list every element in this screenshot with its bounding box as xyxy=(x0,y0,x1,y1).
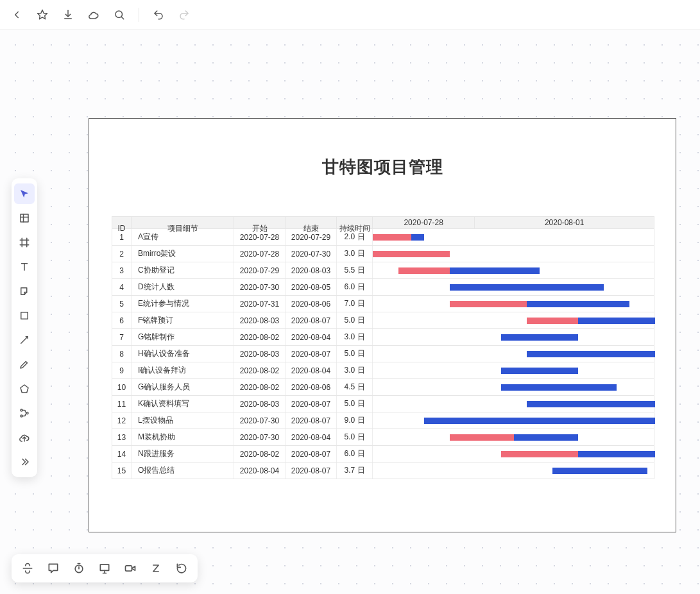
cell-end: 2020-08-07 xyxy=(286,446,337,462)
cell-bar xyxy=(373,296,654,312)
cell-id: 15 xyxy=(112,462,132,479)
text-tool-icon[interactable] xyxy=(14,257,35,277)
pencil-tool-icon[interactable] xyxy=(14,354,35,375)
line-tool-icon[interactable] xyxy=(14,330,35,350)
cell-duration: 3.0 日 xyxy=(337,329,373,345)
cell-bar xyxy=(373,379,654,395)
cell-start: 2020-08-02 xyxy=(234,362,286,378)
polygon-tool-icon[interactable] xyxy=(14,378,35,399)
cell-end: 2020-07-29 xyxy=(286,229,337,245)
bar-remaining xyxy=(450,284,604,291)
bar-progress xyxy=(501,451,578,457)
gantt-header-row-1: ID 项目细节 开始 结束 持续时间 2020-07-282020-08-012… xyxy=(112,217,654,228)
cell-bar xyxy=(373,396,654,412)
rectangle-tool-icon[interactable] xyxy=(14,305,35,326)
cell-end: 2020-08-06 xyxy=(286,379,337,395)
cell-task: K确认资料填写 xyxy=(132,396,234,412)
cell-id: 9 xyxy=(112,362,132,378)
cell-task: N跟进服务 xyxy=(132,446,234,462)
cloud-upload-tool-icon[interactable] xyxy=(14,427,35,448)
cell-task: C协助登记 xyxy=(132,262,234,278)
cloud-icon[interactable] xyxy=(83,4,104,25)
cell-end: 2020-08-04 xyxy=(286,429,337,445)
cell-task: L摆设物品 xyxy=(132,412,234,429)
cell-duration: 3.0 日 xyxy=(337,362,373,378)
canvas[interactable]: 甘特图项目管理 ID 项目细节 开始 结束 持续时间 2020-07-28202… xyxy=(0,30,700,594)
connection-tool-icon[interactable] xyxy=(14,403,35,423)
cell-start: 2020-07-28 xyxy=(234,246,286,262)
undo-icon[interactable] xyxy=(148,4,169,25)
cell-duration: 5.0 日 xyxy=(337,346,373,362)
search-icon[interactable] xyxy=(109,4,130,25)
cell-duration: 9.0 日 xyxy=(337,412,373,429)
video-tool-icon[interactable] xyxy=(119,557,141,579)
gantt-row: 4D统计人数2020-07-302020-08-056.0 日 xyxy=(112,278,654,295)
cell-duration: 6.0 日 xyxy=(337,279,373,295)
cell-end: 2020-08-07 xyxy=(286,412,337,429)
gantt-row: 13M装机协助2020-07-302020-08-045.0 日 xyxy=(112,429,654,445)
present-tool-icon[interactable] xyxy=(94,557,115,579)
cell-bar xyxy=(373,462,654,479)
cell-bar xyxy=(373,246,654,262)
cell-task: F铭牌预订 xyxy=(132,312,234,328)
cell-duration: 7.0 日 xyxy=(337,296,373,312)
cell-end: 2020-08-07 xyxy=(286,312,337,328)
sticky-tool-icon[interactable] xyxy=(14,281,35,301)
cell-task: G确认服务人员 xyxy=(132,379,234,395)
download-icon[interactable] xyxy=(58,4,78,25)
cell-end: 2020-08-07 xyxy=(286,462,337,479)
cell-bar xyxy=(373,429,654,445)
cell-end: 2020-08-06 xyxy=(286,296,337,312)
comment-tool-icon[interactable] xyxy=(42,557,64,579)
cell-bar xyxy=(373,362,654,378)
cell-end: 2020-08-05 xyxy=(286,279,337,295)
cell-end: 2020-08-04 xyxy=(286,329,337,345)
more-tool-icon[interactable] xyxy=(14,452,35,472)
cell-task: E统计参与情况 xyxy=(132,296,234,312)
cell-id: 4 xyxy=(112,279,132,295)
timeline-group-label: 2020-08-01 xyxy=(475,217,654,228)
star-icon[interactable] xyxy=(32,4,53,25)
gantt-row: 14N跟进服务2020-08-022020-08-076.0 日 xyxy=(112,445,654,462)
cell-bar xyxy=(373,329,654,345)
cell-task: D统计人数 xyxy=(132,279,234,295)
cell-bar xyxy=(373,229,654,245)
cell-bar xyxy=(373,346,654,362)
svg-line-2 xyxy=(121,17,124,19)
cell-bar xyxy=(373,262,654,278)
cell-duration: 3.7 日 xyxy=(337,462,373,479)
back-icon[interactable] xyxy=(6,4,27,25)
cell-task: O报告总结 xyxy=(132,462,234,479)
chart-title: 甘特图项目管理 xyxy=(89,156,676,178)
cell-id: 14 xyxy=(112,446,132,462)
cell-start: 2020-07-28 xyxy=(234,229,286,245)
gantt-chart-card[interactable]: 甘特图项目管理 ID 项目细节 开始 结束 持续时间 2020-07-28202… xyxy=(89,118,676,532)
timeline-groups: 2020-07-282020-08-01282930311234567 xyxy=(373,217,654,228)
cell-start: 2020-08-03 xyxy=(234,312,286,328)
bar-remaining xyxy=(424,418,655,424)
cell-task: G铭牌制作 xyxy=(132,329,234,345)
cell-id: 5 xyxy=(112,296,132,312)
gantt-row: 7G铭牌制作2020-08-022020-08-043.0 日 xyxy=(112,328,654,345)
select-tool-icon[interactable] xyxy=(14,183,35,204)
strikethrough-tool-icon[interactable] xyxy=(17,557,38,579)
cell-bar xyxy=(373,279,654,295)
svg-rect-3 xyxy=(21,214,28,222)
cell-id: 3 xyxy=(112,262,132,278)
frame-tool-icon[interactable] xyxy=(14,208,35,228)
timer-tool-icon[interactable] xyxy=(68,557,90,579)
cell-start: 2020-08-02 xyxy=(234,379,286,395)
cell-id: 8 xyxy=(112,346,132,362)
gantt-body: 1A宣传2020-07-282020-07-292.0 日2Bmirro架设20… xyxy=(112,228,654,479)
cell-task: Bmirro架设 xyxy=(132,246,234,262)
cell-end: 2020-08-07 xyxy=(286,396,337,412)
slice-tool-icon[interactable] xyxy=(14,232,35,253)
toolbar-separator xyxy=(139,8,139,22)
cell-task: M装机协助 xyxy=(132,429,234,445)
bar-progress xyxy=(450,301,527,307)
z-tool-icon[interactable] xyxy=(145,557,167,579)
gantt-row: 15O报告总结2020-08-042020-08-073.7 日 xyxy=(112,462,654,479)
rotate-tool-icon[interactable] xyxy=(171,557,192,579)
bar-remaining xyxy=(501,368,578,374)
bar-progress xyxy=(373,234,411,241)
